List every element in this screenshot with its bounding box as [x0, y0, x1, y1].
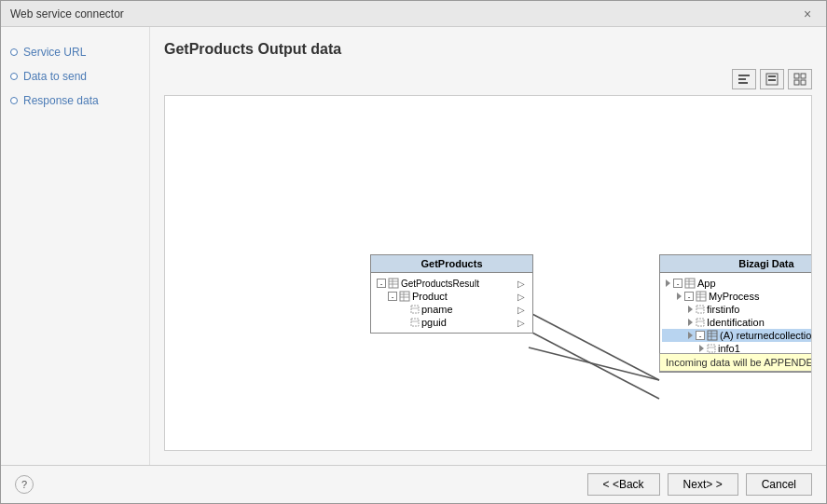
expand-arrow: [688, 319, 693, 326]
sidebar-item-response-data[interactable]: Response data: [10, 94, 140, 107]
cancel-button[interactable]: Cancel: [746, 473, 812, 496]
row-label: MyProcess: [709, 291, 759, 302]
sidebar-label-data-to-send: Data to send: [23, 70, 87, 83]
field-icon-svg: [696, 305, 705, 314]
title-bar: Web service connector ×: [1, 1, 826, 27]
expand-icon[interactable]: -: [684, 292, 694, 301]
bottom-buttons: < <Back Next> > Cancel: [587, 473, 812, 496]
tree-row-highlighted: - (A) returnedcollection: [662, 329, 812, 342]
bizagi-header: Bizagi Data: [660, 255, 812, 273]
tooltip-box: Incoming data will be APPENDED to the ex…: [659, 353, 812, 372]
svg-rect-41: [708, 345, 715, 352]
sidebar-dot-service-url: [10, 48, 18, 56]
expand-arrow: [699, 345, 704, 352]
svg-rect-2: [738, 82, 748, 84]
svg-rect-17: [400, 292, 409, 301]
connector-arrow: ▷: [517, 291, 529, 302]
tree-row: firstinfo: [662, 303, 812, 316]
connector-arrow: ▷: [517, 304, 529, 315]
row-label: Product: [412, 291, 448, 302]
svg-rect-33: [696, 306, 704, 313]
row-label: Identification: [707, 317, 765, 328]
toolbar-btn-3[interactable]: [788, 69, 812, 89]
row-label: GetProductsResult: [401, 279, 479, 289]
expand-icon[interactable]: -: [377, 279, 386, 288]
field-icon-svg: [696, 318, 705, 327]
svg-rect-29: [696, 292, 706, 301]
expand-icon[interactable]: -: [696, 331, 705, 340]
svg-rect-8: [794, 80, 799, 85]
sidebar-item-service-url[interactable]: Service URL: [10, 46, 140, 59]
field-icon-svg: [410, 305, 420, 314]
table-icon: [388, 278, 399, 289]
row-label: pguid: [421, 317, 447, 328]
page-title: GetProducts Output data: [164, 41, 812, 58]
svg-rect-35: [696, 319, 704, 326]
sidebar: Service URL Data to send Response data: [1, 27, 150, 465]
field-icon-svg: [410, 318, 420, 327]
row-label: App: [697, 278, 716, 289]
sidebar-dot-data-to-send: [10, 73, 18, 80]
grid-icon: [707, 330, 718, 341]
field-icon: [707, 344, 716, 353]
expand-arrow: [666, 279, 670, 287]
svg-rect-0: [738, 75, 750, 76]
diagram-inner: GetProducts -: [165, 96, 811, 450]
get-products-table: GetProducts -: [370, 254, 533, 334]
tree-row: - MyProcess: [662, 290, 812, 303]
tooltip-text: Incoming data will be APPENDED to the ex…: [666, 357, 812, 368]
tree-row: - GetProductsResult: [373, 277, 531, 290]
field-icon-svg: [707, 344, 716, 353]
svg-rect-1: [738, 78, 746, 80]
tree-row: pguid ▷: [373, 316, 531, 329]
expand-icon[interactable]: -: [388, 292, 397, 301]
tree-row: - Product ▷: [373, 290, 531, 303]
get-products-header: GetProducts: [371, 255, 532, 273]
grid-icon: [399, 291, 410, 302]
svg-rect-13: [389, 279, 398, 288]
tree-row: pname ▷: [373, 303, 531, 316]
toolbar-btn-1[interactable]: [732, 69, 756, 89]
back-button[interactable]: < <Back: [587, 473, 660, 496]
expand-icon[interactable]: -: [673, 279, 682, 288]
align-icon-1: [737, 73, 751, 86]
toolbar-btn-2[interactable]: [760, 69, 784, 89]
svg-rect-21: [411, 306, 419, 313]
tree-row: Identification: [662, 316, 812, 329]
field-icon: [696, 305, 705, 314]
row-label: (A) returnedcollection: [720, 330, 812, 341]
grid-icon: [684, 278, 696, 289]
row-label: firstinfo: [707, 304, 739, 315]
field-icon: [696, 318, 705, 327]
sidebar-item-data-to-send[interactable]: Data to send: [10, 70, 140, 83]
help-button[interactable]: ?: [15, 475, 34, 494]
svg-line-10: [529, 312, 659, 380]
svg-rect-9: [801, 80, 806, 85]
sidebar-label-response-data: Response data: [23, 94, 99, 107]
svg-rect-25: [685, 279, 695, 288]
svg-line-12: [529, 347, 659, 380]
connector-arrow: ▷: [517, 317, 529, 328]
table-icon: [684, 278, 696, 289]
svg-rect-7: [801, 74, 806, 78]
diagram-canvas: GetProducts -: [164, 95, 812, 451]
field-icon: [410, 305, 420, 314]
svg-rect-4: [768, 75, 776, 77]
row-label: pname: [421, 304, 453, 315]
connector-arrow: ▷: [517, 278, 529, 289]
svg-rect-6: [794, 74, 799, 78]
table-icon: [399, 291, 410, 302]
align-icon-3: [793, 73, 806, 86]
close-button[interactable]: ×: [798, 5, 817, 23]
get-products-body: - GetProductsResult: [371, 273, 532, 333]
svg-rect-23: [411, 319, 419, 326]
diagram-toolbar: [164, 69, 812, 89]
svg-rect-5: [768, 79, 776, 81]
svg-line-11: [529, 331, 659, 399]
content-area: Service URL Data to send Response data G…: [1, 27, 826, 465]
tree-row: - App: [662, 277, 812, 290]
table-icon: [707, 330, 718, 341]
sidebar-label-service-url: Service URL: [23, 46, 86, 59]
next-button[interactable]: Next> >: [668, 473, 738, 496]
field-icon: [410, 318, 420, 327]
